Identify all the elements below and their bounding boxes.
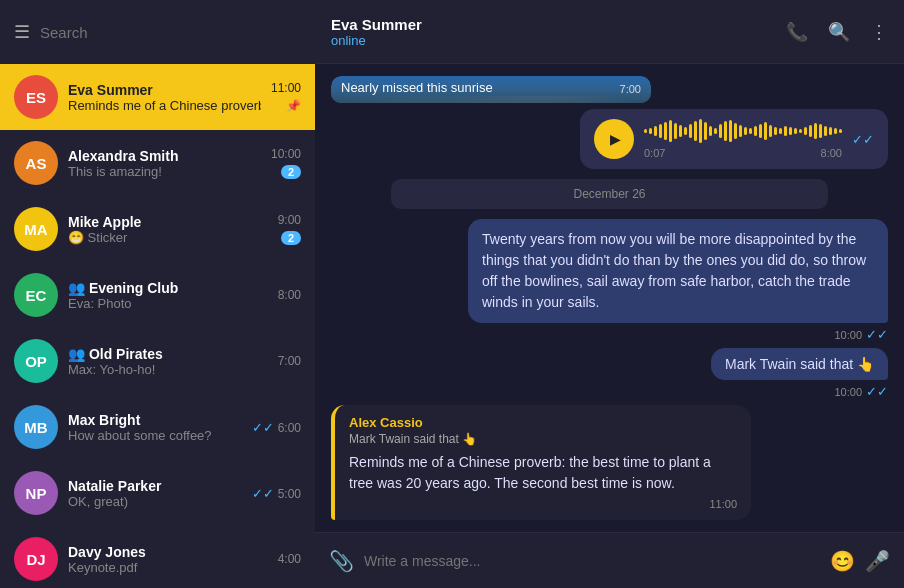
contact-time-dj: 4:00 — [278, 552, 301, 566]
text-message-1-check: ✓✓ — [866, 327, 888, 342]
contact-item-np[interactable]: NPNatalie ParkerOK, great)✓✓ 5:00 — [0, 460, 315, 526]
phone-icon[interactable]: 📞 — [786, 21, 808, 43]
contact-info-ec: 👥 Evening ClubEva: Photo — [68, 280, 268, 311]
date-separator: December 26 — [391, 179, 828, 209]
contact-meta-np: ✓✓ 5:00 — [252, 486, 301, 501]
waveform-bar — [719, 124, 722, 138]
waveform-bar — [749, 128, 752, 134]
contact-item-as[interactable]: ASAlexandra SmithThis is amazing!10:002 — [0, 130, 315, 196]
contact-item-ma[interactable]: MAMike Apple😁 Sticker9:002 — [0, 196, 315, 262]
contact-item-es[interactable]: ESEva SummerReminds me of a Chinese prov… — [0, 64, 315, 130]
reply-quoted: Mark Twain said that 👆 — [349, 432, 737, 446]
waveform-bar — [789, 127, 792, 135]
avatar-ec: EC — [14, 273, 58, 317]
audio-duration: 0:07 — [644, 147, 665, 159]
contact-meta-dj: 4:00 — [278, 552, 301, 566]
contact-time-ec: 8:00 — [278, 288, 301, 302]
contact-preview-es: Reminds me of a Chinese proverb... — [68, 98, 261, 113]
image-message: Nearly missed this sunrise 7:00 — [331, 76, 651, 103]
contact-info-op: 👥 Old PiratesMax: Yo-ho-ho! — [68, 346, 268, 377]
sidebar-header: ☰ — [0, 0, 315, 64]
avatar-es: ES — [14, 75, 58, 119]
messages-container: Nearly missed this sunrise 7:00 0:07 8:0… — [315, 64, 904, 532]
menu-icon[interactable]: ☰ — [14, 21, 30, 43]
contact-info-es: Eva SummerReminds me of a Chinese prover… — [68, 82, 261, 113]
avatar-mb: MB — [14, 405, 58, 449]
audio-waveform: 0:07 8:00 — [644, 119, 842, 159]
contact-item-op[interactable]: OP👥 Old PiratesMax: Yo-ho-ho!7:00 — [0, 328, 315, 394]
audio-message: 0:07 8:00 ✓✓ — [580, 109, 888, 169]
contact-preview-np: OK, great) — [68, 494, 242, 509]
waveform-bar — [814, 123, 817, 139]
contact-time-ma: 9:00 — [278, 213, 301, 227]
chat-header: Eva Summer online 📞 🔍 ⋮ — [315, 0, 904, 64]
waveform-bar — [784, 126, 787, 136]
text-message-1-meta: 10:00 ✓✓ — [468, 327, 888, 342]
waveform-bar — [724, 121, 727, 141]
avatar-as: AS — [14, 141, 58, 185]
contact-time-np: ✓✓ 5:00 — [252, 486, 301, 501]
contact-info-as: Alexandra SmithThis is amazing! — [68, 148, 261, 179]
image-caption-text: Nearly missed this sunrise — [341, 80, 493, 95]
check-icon: ✓✓ — [252, 420, 274, 435]
contact-meta-es: 11:00📌 — [271, 81, 301, 113]
waveform-bar — [744, 127, 747, 135]
contact-list: ESEva SummerReminds me of a Chinese prov… — [0, 64, 315, 588]
waveform-bar — [804, 127, 807, 135]
badge-ma: 2 — [281, 231, 301, 245]
contact-preview-dj: Keynote.pdf — [68, 560, 268, 575]
contact-meta-as: 10:002 — [271, 147, 301, 179]
contact-preview-ec: Eva: Photo — [68, 296, 268, 311]
waveform-bar — [669, 120, 672, 142]
pin-icon-es: 📌 — [286, 99, 301, 113]
text-message-1-body: Twenty years from now you will be more d… — [468, 219, 888, 323]
text-message-2-time: 10:00 — [834, 386, 862, 398]
contact-preview-as: This is amazing! — [68, 164, 261, 179]
more-icon[interactable]: ⋮ — [870, 21, 888, 43]
waveform-bar — [774, 127, 777, 135]
attachment-icon[interactable]: 📎 — [329, 549, 354, 573]
waveform-bar — [834, 128, 837, 134]
contact-name-ma: Mike Apple — [68, 214, 268, 230]
contact-time-as: 10:00 — [271, 147, 301, 161]
text-message-2-body: Mark Twain said that 👆 — [711, 348, 888, 380]
mic-icon[interactable]: 🎤 — [865, 549, 890, 573]
contact-info-ma: Mike Apple😁 Sticker — [68, 214, 268, 245]
waveform-bar — [819, 124, 822, 138]
emoji-icon[interactable]: 😊 — [830, 549, 855, 573]
play-button[interactable] — [594, 119, 634, 159]
contact-item-ec[interactable]: EC👥 Evening ClubEva: Photo8:00 — [0, 262, 315, 328]
contact-item-dj[interactable]: DJDavy JonesKeynote.pdf4:00 — [0, 526, 315, 588]
image-caption: Nearly missed this sunrise 7:00 — [331, 76, 651, 103]
reply-time: 11:00 — [709, 498, 737, 510]
contact-name-op: 👥 Old Pirates — [68, 346, 268, 362]
waveform-bar — [679, 125, 682, 137]
contact-item-mb[interactable]: MBMax BrightHow about some coffee?✓✓ 6:0… — [0, 394, 315, 460]
text-message-2: Mark Twain said that 👆 10:00 ✓✓ — [711, 348, 888, 399]
contact-name-as: Alexandra Smith — [68, 148, 261, 164]
waveform-bar — [704, 122, 707, 140]
waveform-bar — [829, 127, 832, 135]
waveform-bar — [839, 129, 842, 133]
chat-area: Eva Summer online 📞 🔍 ⋮ Nearly missed th… — [315, 0, 904, 588]
contact-meta-mb: ✓✓ 6:00 — [252, 420, 301, 435]
waveform-bar — [659, 124, 662, 138]
search-icon[interactable]: 🔍 — [828, 21, 850, 43]
waveform-bar — [794, 128, 797, 134]
avatar-dj: DJ — [14, 537, 58, 581]
avatar-ma: MA — [14, 207, 58, 251]
text-message-1-time: 10:00 — [834, 329, 862, 341]
audio-time: 8:00 — [821, 147, 842, 159]
contact-preview-op: Max: Yo-ho-ho! — [68, 362, 268, 377]
search-input[interactable] — [40, 24, 301, 41]
image-caption-time: 7:00 — [620, 83, 641, 95]
message-input[interactable] — [364, 553, 820, 569]
reply-body: Reminds me of a Chinese proverb: the bes… — [349, 452, 737, 494]
waveform-bar — [754, 126, 757, 136]
contact-name-es: Eva Summer — [68, 82, 261, 98]
avatar-op: OP — [14, 339, 58, 383]
waveform-bars — [644, 119, 842, 143]
contact-time-mb: ✓✓ 6:00 — [252, 420, 301, 435]
text-message-1: Twenty years from now you will be more d… — [468, 219, 888, 342]
text-message-2-check: ✓✓ — [866, 384, 888, 399]
